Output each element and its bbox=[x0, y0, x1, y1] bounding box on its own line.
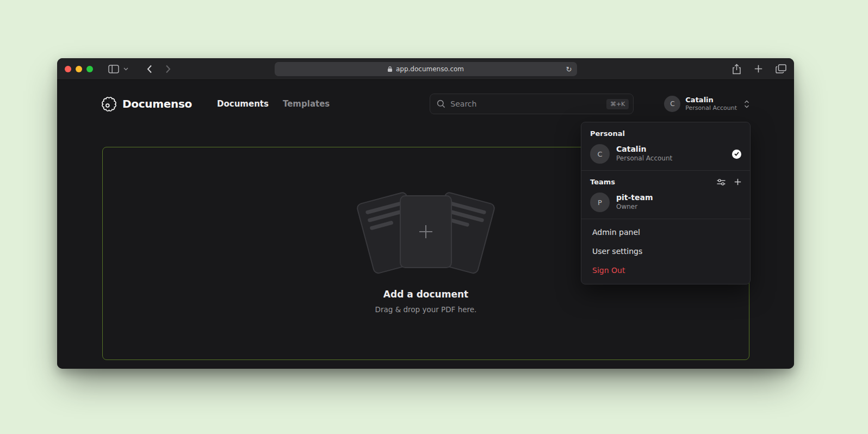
search-box[interactable]: ⌘+K bbox=[430, 94, 634, 114]
teams-section: Teams P pit-team Owner bbox=[581, 171, 750, 219]
account-subtitle: Personal Account bbox=[685, 104, 737, 112]
menu-items: Admin panel User settings Sign Out bbox=[581, 219, 750, 284]
personal-name: Catalin bbox=[616, 145, 672, 154]
chevron-updown-icon bbox=[744, 100, 749, 108]
browser-toolbar: app.documenso.com ↻ bbox=[57, 58, 794, 80]
manage-teams-icon[interactable] bbox=[717, 178, 726, 186]
team-name: pit-team bbox=[616, 193, 653, 203]
minimize-button[interactable] bbox=[76, 66, 82, 72]
close-button[interactable] bbox=[65, 66, 71, 72]
team-avatar: P bbox=[590, 193, 610, 212]
personal-section: Personal C Catalin Personal Account bbox=[581, 122, 750, 170]
share-icon[interactable] bbox=[732, 64, 741, 75]
brand[interactable]: Documenso bbox=[102, 97, 192, 111]
nav-templates[interactable]: Templates bbox=[283, 99, 330, 109]
personal-avatar: C bbox=[590, 144, 610, 164]
tab-overview-icon[interactable] bbox=[776, 64, 786, 73]
search-icon bbox=[437, 100, 445, 108]
account-avatar: C bbox=[664, 96, 680, 112]
add-document-card-icon bbox=[400, 195, 452, 268]
dropzone-subtitle: Drag & drop your PDF here. bbox=[375, 305, 477, 314]
account-name: Catalin bbox=[685, 96, 737, 104]
menu-item-user-settings[interactable]: User settings bbox=[581, 241, 750, 261]
browser-window: app.documenso.com ↻ bbox=[57, 58, 794, 369]
team-row[interactable]: P pit-team Owner bbox=[590, 193, 741, 212]
search-input[interactable] bbox=[450, 100, 602, 108]
personal-heading: Personal bbox=[590, 129, 741, 138]
url-text: app.documenso.com bbox=[396, 65, 464, 73]
fullscreen-button[interactable] bbox=[86, 66, 93, 72]
account-dropdown-menu: Personal C Catalin Personal Account Team… bbox=[581, 122, 751, 284]
menu-item-admin-panel[interactable]: Admin panel bbox=[581, 222, 750, 241]
nav-documents[interactable]: Documents bbox=[217, 99, 269, 109]
chevron-down-icon[interactable] bbox=[123, 67, 128, 71]
address-bar[interactable]: app.documenso.com ↻ bbox=[275, 62, 577, 76]
forward-icon[interactable] bbox=[165, 65, 171, 73]
account-menu-button[interactable]: C Catalin Personal Account bbox=[664, 96, 749, 112]
brand-name: Documenso bbox=[122, 97, 192, 110]
search-shortcut-badge: ⌘+K bbox=[606, 99, 629, 109]
documenso-logo-icon bbox=[102, 97, 116, 111]
menu-item-sign-out[interactable]: Sign Out bbox=[581, 261, 750, 280]
lock-icon bbox=[387, 66, 393, 72]
personal-account-row[interactable]: C Catalin Personal Account bbox=[590, 144, 741, 164]
teams-heading: Teams bbox=[590, 178, 615, 186]
reload-icon[interactable]: ↻ bbox=[566, 66, 572, 73]
documents-illustration bbox=[361, 191, 491, 274]
add-team-icon[interactable] bbox=[734, 178, 741, 185]
app-content: Documenso Documents Templates ⌘+K C Cata… bbox=[57, 80, 794, 369]
new-tab-icon[interactable] bbox=[754, 65, 762, 73]
main-nav: Documents Templates bbox=[217, 99, 330, 109]
sidebar-toggle-icon[interactable] bbox=[108, 65, 119, 73]
personal-subtitle: Personal Account bbox=[616, 154, 672, 163]
selected-check-icon bbox=[732, 150, 741, 159]
app-header: Documenso Documents Templates ⌘+K C Cata… bbox=[57, 80, 794, 128]
window-controls bbox=[65, 66, 93, 72]
team-role: Owner bbox=[616, 203, 653, 212]
back-icon[interactable] bbox=[147, 65, 152, 73]
dropzone-title: Add a document bbox=[383, 289, 468, 300]
plus-icon bbox=[418, 224, 434, 240]
